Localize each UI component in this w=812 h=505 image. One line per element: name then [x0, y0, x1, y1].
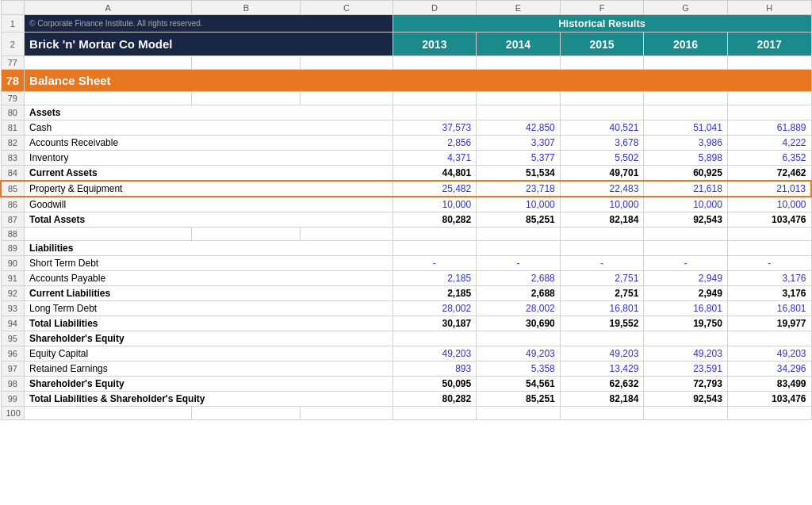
total-liabilities-equity-label: Total Liabilities & Shareholder's Equity — [25, 392, 393, 407]
balance-sheet-header-row: 78 Balance Sheet — [1, 70, 811, 92]
total-liabilities-equity-row: 99 Total Liabilities & Shareholder's Equ… — [1, 392, 811, 407]
col-header-f: F — [560, 1, 644, 15]
equity-header-row: 95 Shareholder's Equity — [1, 331, 811, 346]
col-header-d: D — [393, 1, 477, 15]
shareholders-equity-row: 98 Shareholder's Equity 50,095 54,561 62… — [1, 377, 811, 392]
goodwill-row: 86 Goodwill 10,000 10,000 10,000 10,000 … — [1, 197, 811, 212]
row-100: 100 — [1, 407, 811, 420]
property-equipment-row: 85 Property & Equipment 25,482 23,718 22… — [1, 181, 811, 197]
historical-results-header: Historical Results — [393, 15, 811, 33]
year-2017: 2017 — [727, 33, 811, 56]
equity-capital-row: 96 Equity Capital 49,203 49,203 49,203 4… — [1, 346, 811, 362]
cash-row: 81 Cash 37,573 42,850 40,521 51,041 61,8… — [1, 121, 811, 136]
year-2016: 2016 — [644, 33, 728, 56]
long-term-debt-row: 93 Long Term Debt 28,002 28,002 16,801 1… — [1, 301, 811, 316]
row-num-2: 2 — [1, 33, 25, 56]
col-header-c: C — [301, 1, 393, 15]
row-88: 88 — [1, 228, 811, 241]
long-term-debt-label: Long Term Debt — [25, 301, 393, 316]
retained-earnings-label: Retained Earnings — [25, 362, 393, 377]
ar-row: 82 Accounts Receivable 2,856 3,307 3,678… — [1, 136, 811, 151]
retained-earnings-row: 97 Retained Earnings 893 5,358 13,429 23… — [1, 362, 811, 377]
cash-2015: 40,521 — [560, 121, 644, 136]
cash-2014: 42,850 — [477, 121, 561, 136]
balance-sheet-label: Balance Sheet — [25, 70, 811, 92]
goodwill-label: Goodwill — [25, 197, 393, 212]
spreadsheet: A B C D E F G H 1 © Corporate Finance In… — [0, 0, 812, 420]
equity-capital-label: Equity Capital — [25, 346, 393, 362]
corner-cell — [1, 1, 25, 15]
row-num-1: 1 — [1, 15, 25, 33]
row-77: 77 — [1, 56, 811, 70]
assets-label: Assets — [25, 105, 393, 121]
row-79: 79 — [1, 92, 811, 105]
ar-label: Accounts Receivable — [25, 136, 393, 151]
total-assets-row: 87 Total Assets 80,282 85,251 82,184 92,… — [1, 212, 811, 228]
liabilities-header-row: 89 Liabilities — [1, 241, 811, 256]
cash-2017: 61,889 — [727, 121, 811, 136]
equity-section-label: Shareholder's Equity — [25, 331, 393, 346]
cash-2016: 51,041 — [644, 121, 728, 136]
short-term-debt-row: 90 Short Term Debt - - - - - — [1, 256, 811, 271]
row-2: 2 Brick 'n' Mortar Co Model 2013 2014 20… — [1, 33, 811, 56]
shareholders-equity-label: Shareholder's Equity — [25, 377, 393, 392]
current-liabilities-row: 92 Current Liabilities 2,185 2,688 2,751… — [1, 286, 811, 301]
short-term-debt-label: Short Term Debt — [25, 256, 393, 271]
copyright-cell: © Corporate Finance Institute. All right… — [25, 15, 393, 33]
total-assets-label: Total Assets — [25, 212, 393, 228]
col-header-g: G — [644, 1, 728, 15]
inventory-row: 83 Inventory 4,371 5,377 5,502 5,898 6,3… — [1, 151, 811, 166]
col-header-a: A — [25, 1, 192, 15]
assets-header-row: 80 Assets — [1, 105, 811, 121]
total-liabilities-label: Total Liabilities — [25, 316, 393, 331]
accounts-payable-label: Accounts Payable — [25, 271, 393, 286]
year-2015: 2015 — [560, 33, 644, 56]
column-header-row: A B C D E F G H — [1, 1, 811, 15]
row-1: 1 © Corporate Finance Institute. All rig… — [1, 15, 811, 33]
cash-label: Cash — [25, 121, 393, 136]
accounts-payable-row: 91 Accounts Payable 2,185 2,688 2,751 2,… — [1, 271, 811, 286]
property-equipment-label: Property & Equipment — [25, 181, 393, 197]
col-header-e: E — [477, 1, 561, 15]
col-header-b: B — [192, 1, 301, 15]
current-assets-label: Current Assets — [25, 166, 393, 182]
current-assets-row: 84 Current Assets 44,801 51,534 49,701 6… — [1, 166, 811, 182]
liabilities-label: Liabilities — [25, 241, 393, 256]
col-header-h: H — [727, 1, 811, 15]
year-2014: 2014 — [477, 33, 561, 56]
year-2013: 2013 — [393, 33, 477, 56]
model-title: Brick 'n' Mortar Co Model — [25, 33, 393, 56]
inventory-label: Inventory — [25, 151, 393, 166]
current-liabilities-label: Current Liabilities — [25, 286, 393, 301]
cash-2013: 37,573 — [393, 121, 477, 136]
total-liabilities-row: 94 Total Liabilities 30,187 30,690 19,55… — [1, 316, 811, 331]
